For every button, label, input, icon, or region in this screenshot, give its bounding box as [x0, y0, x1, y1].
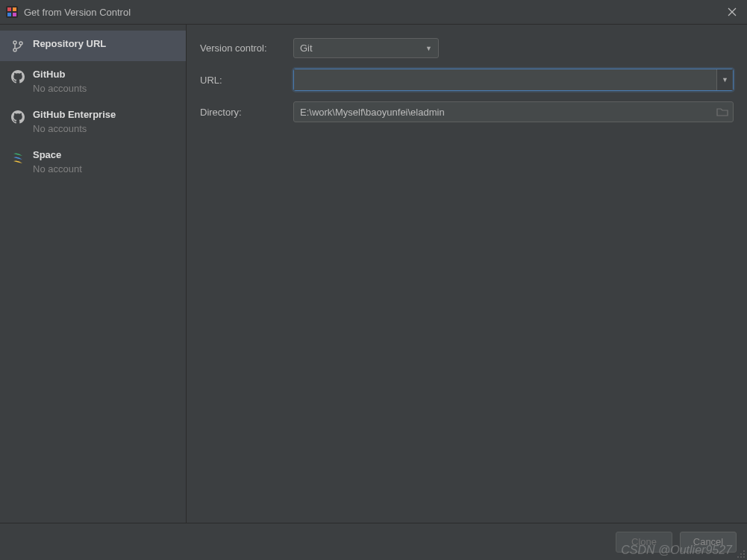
close-icon[interactable] — [723, 3, 741, 21]
cancel-button[interactable]: Cancel — [680, 532, 737, 553]
svg-point-12 — [740, 553, 742, 555]
svg-point-15 — [737, 556, 739, 558]
sidebar-item-sublabel: No account — [33, 163, 82, 174]
svg-point-7 — [13, 41, 16, 44]
sidebar: Repository URL GitHub No accounts GitHub — [0, 25, 187, 523]
sidebar-item-label: GitHub — [33, 69, 87, 80]
directory-input[interactable] — [294, 107, 712, 118]
sidebar-item-sublabel: No accounts — [33, 123, 116, 134]
chevron-down-icon: ▼ — [425, 45, 432, 52]
clone-button[interactable]: Clone — [616, 532, 672, 553]
github-icon — [10, 69, 25, 84]
svg-point-13 — [743, 556, 745, 558]
sidebar-item-repository-url[interactable]: Repository URL — [0, 31, 186, 61]
svg-rect-3 — [7, 13, 11, 16]
sidebar-item-space[interactable]: Space No account — [0, 142, 186, 182]
chevron-down-icon: ▼ — [722, 76, 728, 84]
url-input-wrap: ▼ — [293, 69, 734, 91]
url-input[interactable] — [294, 69, 716, 90]
directory-input-wrap — [293, 101, 734, 122]
svg-rect-4 — [13, 13, 16, 16]
svg-point-11 — [743, 553, 745, 555]
window-title: Get from Version Control — [24, 7, 723, 18]
footer: Clone Cancel CSDN @Outlier9527 — [0, 523, 747, 560]
directory-label: Directory: — [200, 107, 286, 118]
sidebar-item-label: Space — [33, 149, 82, 160]
browse-directory-button[interactable] — [712, 107, 733, 117]
resize-grip-icon — [737, 550, 746, 559]
app-icon — [6, 6, 18, 18]
titlebar: Get from Version Control — [0, 0, 747, 24]
version-control-label: Version control: — [200, 43, 286, 54]
svg-point-14 — [740, 556, 742, 558]
sidebar-item-label: Repository URL — [33, 38, 106, 49]
url-row: URL: ▼ — [200, 69, 734, 91]
version-control-select[interactable]: Git ▼ — [293, 38, 439, 58]
space-icon — [10, 150, 25, 165]
main-area: Repository URL GitHub No accounts GitHub — [0, 24, 747, 523]
svg-point-9 — [19, 42, 22, 45]
url-history-button[interactable]: ▼ — [716, 69, 733, 90]
github-icon — [10, 110, 25, 125]
sidebar-item-label: GitHub Enterprise — [33, 109, 116, 120]
directory-row: Directory: — [200, 101, 734, 122]
folder-icon — [716, 107, 728, 117]
sidebar-item-github-enterprise[interactable]: GitHub Enterprise No accounts — [0, 101, 186, 142]
svg-rect-1 — [7, 7, 11, 11]
content-panel: Version control: Git ▼ URL: ▼ Directory: — [187, 25, 747, 523]
svg-point-8 — [13, 48, 16, 51]
url-label: URL: — [200, 75, 286, 86]
branch-icon — [10, 39, 25, 54]
version-control-value: Git — [300, 43, 313, 54]
version-control-row: Version control: Git ▼ — [200, 38, 734, 58]
sidebar-item-sublabel: No accounts — [33, 83, 87, 94]
sidebar-item-github[interactable]: GitHub No accounts — [0, 61, 186, 101]
svg-point-10 — [743, 550, 745, 552]
svg-rect-2 — [13, 7, 16, 11]
